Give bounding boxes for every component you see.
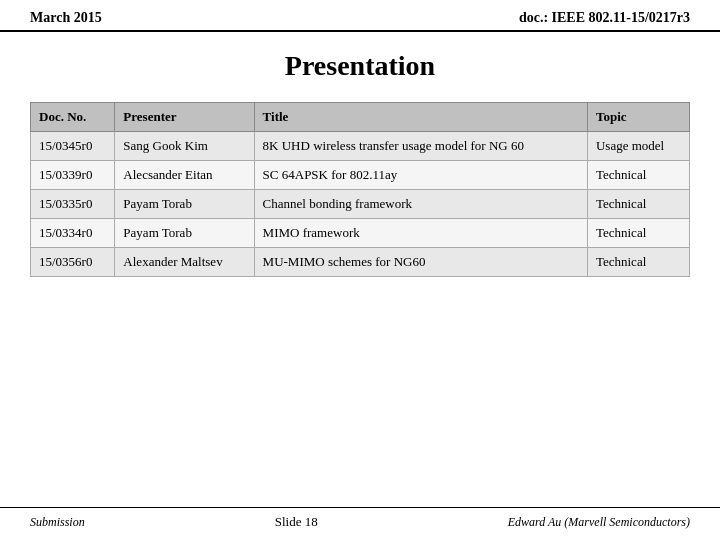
page-footer: Submission Slide 18 Edward Au (Marvell S… [0,507,720,530]
header-doc: doc.: IEEE 802.11-15/0217r3 [519,10,690,26]
cell-doc_no: 15/0335r0 [31,190,115,219]
cell-presenter: Alexander Maltsev [115,248,254,277]
col-header-title: Title [254,103,587,132]
cell-title: SC 64APSK for 802.11ay [254,161,587,190]
page-header: March 2015 doc.: IEEE 802.11-15/0217r3 [0,0,720,32]
cell-title: Channel bonding framework [254,190,587,219]
cell-title: MIMO framework [254,219,587,248]
cell-topic: Usage model [587,132,689,161]
cell-presenter: Payam Torab [115,190,254,219]
table-container: Doc. No. Presenter Title Topic 15/0345r0… [0,102,720,277]
table-row: 15/0356r0Alexander MaltsevMU-MIMO scheme… [31,248,690,277]
cell-presenter: Sang Gook Kim [115,132,254,161]
table-row: 15/0345r0Sang Gook Kim8K UHD wireless tr… [31,132,690,161]
table-row: 15/0334r0Payam TorabMIMO frameworkTechni… [31,219,690,248]
table-header-row: Doc. No. Presenter Title Topic [31,103,690,132]
cell-doc_no: 15/0334r0 [31,219,115,248]
cell-title: MU-MIMO schemes for NG60 [254,248,587,277]
cell-topic: Technical [587,248,689,277]
cell-presenter: Payam Torab [115,219,254,248]
page-title: Presentation [0,50,720,82]
col-header-presenter: Presenter [115,103,254,132]
cell-doc_no: 15/0339r0 [31,161,115,190]
footer-author: Edward Au (Marvell Semiconductors) [508,515,690,530]
presentation-table: Doc. No. Presenter Title Topic 15/0345r0… [30,102,690,277]
cell-presenter: Alecsander Eitan [115,161,254,190]
cell-doc_no: 15/0345r0 [31,132,115,161]
footer-submission: Submission [30,515,85,530]
cell-topic: Technical [587,161,689,190]
col-header-doc-no: Doc. No. [31,103,115,132]
footer-slide: Slide 18 [275,514,318,530]
cell-topic: Technical [587,219,689,248]
cell-title: 8K UHD wireless transfer usage model for… [254,132,587,161]
col-header-topic: Topic [587,103,689,132]
cell-doc_no: 15/0356r0 [31,248,115,277]
table-row: 15/0335r0Payam TorabChannel bonding fram… [31,190,690,219]
title-section: Presentation [0,32,720,102]
table-row: 15/0339r0Alecsander EitanSC 64APSK for 8… [31,161,690,190]
cell-topic: Technical [587,190,689,219]
header-date: March 2015 [30,10,102,26]
